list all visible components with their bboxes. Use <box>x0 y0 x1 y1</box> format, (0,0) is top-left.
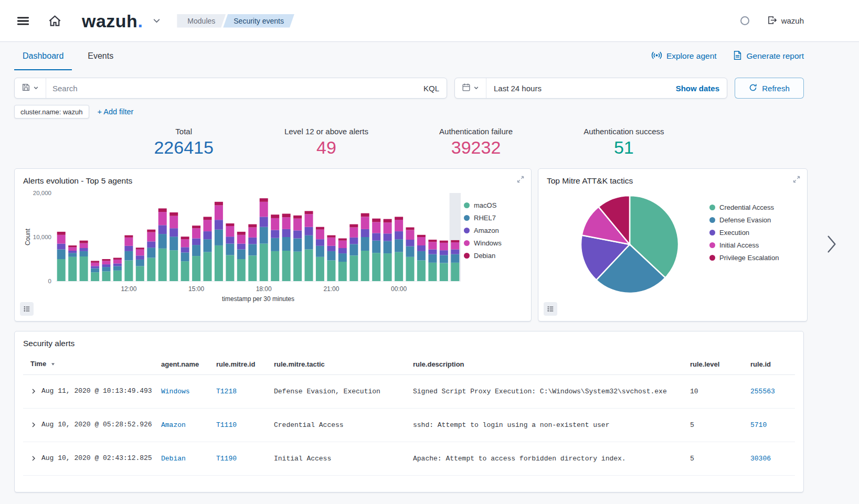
bar-segment-RHEL7[interactable] <box>215 230 223 245</box>
bar-segment-macOS[interactable] <box>91 272 99 281</box>
bar-segment-RHEL7[interactable] <box>226 244 234 255</box>
column-header-rule-level[interactable]: rule.level <box>686 353 746 375</box>
bar-segment-Debian[interactable] <box>169 212 178 216</box>
bar-segment-macOS[interactable] <box>237 259 246 281</box>
bar-segment-Debian[interactable] <box>237 232 246 235</box>
bar-segment-RHEL7[interactable] <box>136 260 144 266</box>
bar-segment-Windows[interactable] <box>124 238 133 246</box>
bar-segment-RHEL7[interactable] <box>113 266 122 271</box>
bar-segment-RHEL7[interactable] <box>417 251 426 261</box>
bar-segment-Amazon[interactable] <box>349 238 358 244</box>
bar-segment-RHEL7[interactable] <box>372 241 380 253</box>
bar-segment-RHEL7[interactable] <box>384 241 392 254</box>
bar-segment-Debian[interactable] <box>440 241 448 243</box>
column-header-rule-mitre-tactic[interactable]: rule.mitre.tactic <box>270 353 409 375</box>
bar-segment-Windows[interactable] <box>113 260 122 264</box>
bar-segment-macOS[interactable] <box>68 257 77 281</box>
pie-legend-item[interactable]: Initial Access <box>709 241 799 249</box>
bar-segment-Amazon[interactable] <box>282 229 291 237</box>
bar-segment-Debian[interactable] <box>305 211 313 215</box>
bar-segment-RHEL7[interactable] <box>260 227 268 244</box>
bar-segment-macOS[interactable] <box>361 251 369 281</box>
bar-segment-RHEL7[interactable] <box>181 253 189 262</box>
bar-segment-macOS[interactable] <box>372 253 380 281</box>
bar-segment-Windows[interactable] <box>417 237 426 245</box>
bar-segment-RHEL7[interactable] <box>204 239 212 252</box>
logo-chevron-down-icon[interactable] <box>150 14 163 27</box>
bar-segment-macOS[interactable] <box>305 250 313 282</box>
bar-segment-Debian[interactable] <box>361 213 369 217</box>
column-header-rule-description[interactable]: rule.description <box>409 353 686 375</box>
refresh-button[interactable]: Refresh <box>735 78 804 99</box>
bar-segment-Windows[interactable] <box>293 219 302 231</box>
bar-legend-item[interactable]: Amazon <box>464 227 523 234</box>
bar-segment-Windows[interactable] <box>384 222 392 233</box>
bar-segment-Debian[interactable] <box>136 248 144 249</box>
bar-segment-Windows[interactable] <box>451 242 459 249</box>
column-header-rule-mitre-id[interactable]: rule.mitre.id <box>212 353 270 375</box>
bar-segment-macOS[interactable] <box>215 245 223 281</box>
explore-agent-button[interactable]: Explore agent <box>651 50 717 63</box>
bar-segment-Amazon[interactable] <box>260 217 268 227</box>
bar-segment-Amazon[interactable] <box>80 248 88 251</box>
bar-segment-macOS[interactable] <box>147 258 155 282</box>
save-query-button[interactable] <box>15 78 46 98</box>
bar-segment-RHEL7[interactable] <box>361 237 369 251</box>
expand-icon[interactable] <box>792 175 801 185</box>
bar-segment-macOS[interactable] <box>440 263 448 281</box>
expand-row-icon[interactable] <box>30 388 37 394</box>
bar-segment-Amazon[interactable] <box>384 233 392 241</box>
time-range-button[interactable]: Last 24 hours <box>486 84 549 93</box>
bar-segment-RHEL7[interactable] <box>80 251 88 256</box>
home-icon[interactable] <box>46 12 64 30</box>
bar-segment-Windows[interactable] <box>80 243 88 248</box>
bar-segment-Amazon[interactable] <box>248 238 257 244</box>
bar-segment-Amazon[interactable] <box>417 245 426 251</box>
search-input[interactable] <box>46 84 423 93</box>
bar-legend-item[interactable]: RHEL7 <box>464 214 523 222</box>
show-dates-button[interactable]: Show dates <box>676 84 727 93</box>
bar-segment-Debian[interactable] <box>226 223 234 226</box>
bar-segment-macOS[interactable] <box>192 256 200 281</box>
bar-segment-Amazon[interactable] <box>136 255 144 260</box>
bar-segment-Amazon[interactable] <box>316 239 324 246</box>
bar-segment-Windows[interactable] <box>349 228 358 238</box>
bar-segment-Windows[interactable] <box>327 238 335 246</box>
bar-segment-Amazon[interactable] <box>440 250 448 255</box>
bar-segment-Debian[interactable] <box>57 232 66 235</box>
bar-segment-Debian[interactable] <box>248 224 257 228</box>
wazuh-logo[interactable]: wazuh. <box>82 12 143 30</box>
bar-segment-Debian[interactable] <box>80 241 88 243</box>
bar-segment-Windows[interactable] <box>271 218 279 230</box>
bar-segment-Amazon[interactable] <box>338 248 347 253</box>
bar-segment-macOS[interactable] <box>102 272 111 282</box>
bar-segment-Debian[interactable] <box>316 227 324 230</box>
bar-segment-macOS[interactable] <box>181 261 189 281</box>
bar-segment-RHEL7[interactable] <box>91 269 99 273</box>
bar-segment-Windows[interactable] <box>192 228 200 238</box>
bar-segment-macOS[interactable] <box>282 251 291 281</box>
menu-icon[interactable] <box>14 12 32 30</box>
bar-segment-Amazon[interactable] <box>361 229 369 237</box>
breadcrumb-modules[interactable]: Modules <box>177 14 226 28</box>
bar-segment-Windows[interactable] <box>204 220 212 231</box>
bar-segment-macOS[interactable] <box>80 256 88 281</box>
bar-segment-RHEL7[interactable] <box>124 251 133 261</box>
bar-segment-Debian[interactable] <box>102 259 111 261</box>
bar-segment-RHEL7[interactable] <box>102 267 111 271</box>
bar-segment-RHEL7[interactable] <box>428 254 437 263</box>
bar-segment-Windows[interactable] <box>68 247 77 251</box>
pie-legend-item[interactable]: Privilege Escalation <box>709 254 799 262</box>
user-menu[interactable]: wazuh <box>767 15 804 27</box>
bar-segment-Amazon[interactable] <box>395 231 403 239</box>
bar-segment-Windows[interactable] <box>237 235 246 244</box>
bar-segment-Debian[interactable] <box>192 226 200 228</box>
bar-segment-macOS[interactable] <box>417 261 426 282</box>
bar-segment-Amazon[interactable] <box>271 230 279 238</box>
bar-segment-RHEL7[interactable] <box>293 239 302 252</box>
rule-id-link[interactable]: 5710 <box>750 421 767 429</box>
bar-segment-Amazon[interactable] <box>169 228 178 237</box>
bar-segment-Debian[interactable] <box>91 261 99 263</box>
bar-segment-Amazon[interactable] <box>215 220 223 230</box>
bar-segment-RHEL7[interactable] <box>395 239 403 252</box>
